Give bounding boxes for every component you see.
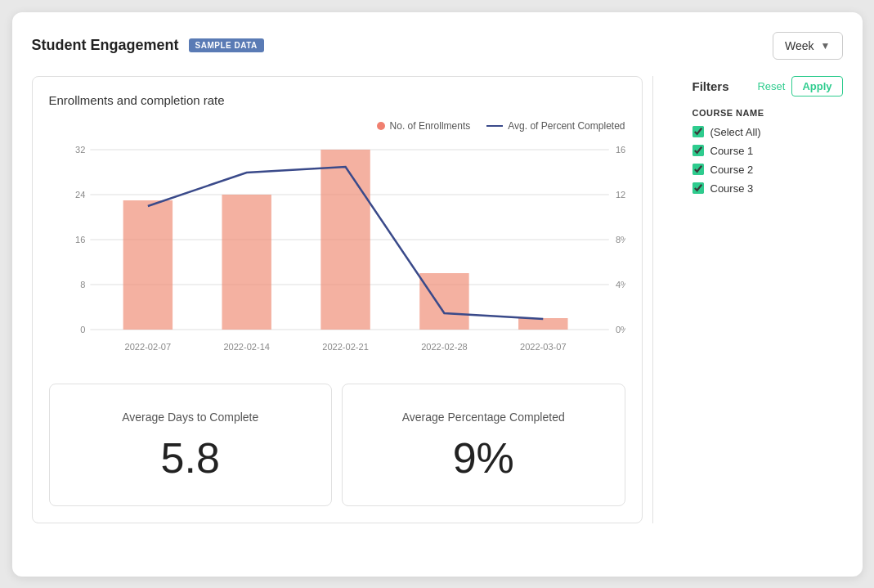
filter-item-course3: Course 3 [692,182,843,195]
week-selector-button[interactable]: Week ▼ [773,32,842,60]
stat-percent-value: 9% [362,437,605,479]
stat-percent-label: Average Percentage Completed [362,411,605,424]
filter-label-select-all: (Select All) [710,126,761,138]
stat-days-value: 5.8 [69,437,312,479]
svg-text:8%: 8% [615,235,625,245]
bar-4 [419,273,468,330]
svg-text:2022-02-21: 2022-02-21 [322,342,369,352]
svg-text:2022-02-14: 2022-02-14 [223,342,270,352]
filters-panel: Filters Reset Apply COURSE NAME (Select … [679,76,843,523]
legend-dot-enrollments [377,122,385,130]
chart-title: Enrollments and completion rate [49,93,625,107]
svg-text:2022-03-07: 2022-03-07 [520,342,567,352]
main-content: Enrollments and completion rate No. of E… [32,76,843,523]
filter-label-course2: Course 2 [710,164,754,176]
apply-button[interactable]: Apply [791,76,842,97]
bar-5 [518,318,567,330]
chevron-down-icon: ▼ [821,40,831,52]
filter-checkbox-course2[interactable] [692,164,704,175]
legend-line-icon [486,122,503,130]
chart-area: 0 8 16 24 32 0% 4% 8% 12% 16% [49,141,625,370]
svg-text:32: 32 [75,145,85,155]
filters-header: Filters Reset Apply [692,76,843,97]
legend-avg-percent: Avg. of Percent Completed [486,120,625,132]
course-name-label: COURSE NAME [692,108,843,118]
filters-title: Filters [692,79,729,93]
filter-label-course1: Course 1 [710,145,754,157]
svg-text:0%: 0% [615,325,625,334]
svg-text:2022-02-07: 2022-02-07 [124,342,171,352]
bar-1 [123,200,172,330]
filter-item-course2: Course 2 [692,164,843,176]
svg-text:16: 16 [75,235,85,245]
legend-enrollments-label: No. of Enrollments [390,120,471,132]
stat-card-days: Average Days to Complete 5.8 [49,384,333,506]
svg-text:24: 24 [75,190,85,200]
header-left: Student Engagement SAMPLE DATA [32,37,264,54]
svg-text:8: 8 [80,280,85,290]
filter-item-select-all: (Select All) [692,126,843,138]
chart-section: Enrollments and completion rate No. of E… [32,76,643,523]
legend-enrollments: No. of Enrollments [377,120,471,132]
svg-text:16%: 16% [615,145,625,155]
svg-text:12%: 12% [615,190,625,200]
vertical-divider [652,76,653,523]
svg-text:4%: 4% [615,280,625,290]
svg-text:0: 0 [80,325,85,334]
header: Student Engagement SAMPLE DATA Week ▼ [32,32,843,60]
bottom-cards: Average Days to Complete 5.8 Average Per… [49,384,625,506]
week-selector-label: Week [785,39,814,52]
filter-label-course3: Course 3 [710,182,754,195]
page-title: Student Engagement [32,37,179,54]
stat-card-percent: Average Percentage Completed 9% [342,384,625,506]
legend-avg-percent-label: Avg. of Percent Completed [508,120,625,132]
sample-badge: SAMPLE DATA [189,38,264,52]
filter-checkbox-course1[interactable] [692,145,704,156]
svg-text:2022-02-28: 2022-02-28 [421,342,468,352]
reset-button[interactable]: Reset [757,80,785,92]
filter-checkbox-select-all[interactable] [692,126,704,137]
bar-3 [320,150,370,330]
chart-svg: 0 8 16 24 32 0% 4% 8% 12% 16% [49,141,625,370]
filter-item-course1: Course 1 [692,145,843,157]
dashboard: Student Engagement SAMPLE DATA Week ▼ En… [12,12,863,577]
chart-legend: No. of Enrollments Avg. of Percent Compl… [49,120,625,132]
bar-2 [222,195,271,330]
stat-days-label: Average Days to Complete [69,411,312,424]
filter-checkbox-course3[interactable] [692,182,704,194]
